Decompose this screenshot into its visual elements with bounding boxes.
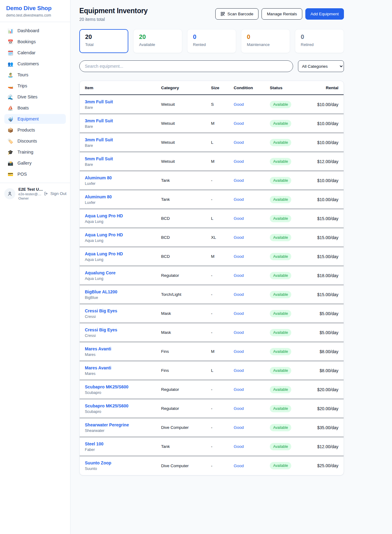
sidebar-item-label: Boats [17, 105, 29, 110]
sidebar-item-tours[interactable]: 🏝️ Tours [4, 70, 66, 80]
column-header-status: Status [270, 86, 316, 90]
category-cell: Wetsuit [161, 140, 211, 145]
size-cell: M [211, 121, 234, 126]
stat-value: 0 [247, 33, 284, 40]
stat-card-maintenance[interactable]: 0 Maintenance [241, 29, 290, 53]
item-name-link[interactable]: Mares Avanti [85, 365, 161, 370]
stat-card-total[interactable]: 20 Total [79, 29, 128, 53]
item-name-link[interactable]: Cressi Big Eyes [85, 327, 161, 332]
item-name-link[interactable]: 3mm Full Suit [85, 118, 161, 123]
status-badge: Available [270, 348, 291, 355]
stat-card-rented[interactable]: 0 Rented [187, 29, 236, 53]
brand-title[interactable]: Demo Dive Shop [6, 5, 64, 12]
condition-link[interactable]: Good [234, 159, 270, 164]
add-equipment-button[interactable]: Add Equipment [305, 8, 344, 20]
items-total-count: 20 items total [79, 17, 148, 22]
sign-out-button[interactable]: Sign Out [44, 191, 66, 196]
item-name-link[interactable]: Shearwater Peregrine [85, 422, 161, 427]
sidebar-item-bookings[interactable]: 📅 Bookings [4, 37, 66, 47]
item-brand: Bare [85, 124, 161, 129]
condition-link[interactable]: Good [234, 463, 270, 468]
status-badge: Available [270, 367, 291, 374]
category-cell: Mask [161, 330, 211, 335]
item-name-link[interactable]: Scubapro MK25/S600 [85, 403, 161, 408]
search-input[interactable] [79, 60, 293, 72]
sidebar-item-boats[interactable]: ⛵ Boats [4, 103, 66, 113]
condition-link[interactable]: Good [234, 254, 270, 259]
bookings-icon: 📅 [7, 40, 13, 44]
item-name-link[interactable]: Aqua Lung Pro HD [85, 251, 161, 256]
sidebar-item-gallery[interactable]: 📸 Gallery [4, 158, 66, 168]
condition-link[interactable]: Good [234, 235, 270, 240]
condition-link[interactable]: Good [234, 444, 270, 449]
sidebar-item-dashboard[interactable]: 📊 Dashboard [4, 26, 66, 36]
item-name-link[interactable]: Aluminum 80 [85, 175, 161, 180]
condition-link[interactable]: Good [234, 102, 270, 107]
item-name-link[interactable]: Aluminum 80 [85, 194, 161, 199]
manage-rentals-button[interactable]: Manage Rentals [262, 8, 302, 20]
condition-link[interactable]: Good [234, 140, 270, 145]
sidebar-item-equipment[interactable]: 🤿 Equipment [4, 114, 66, 124]
condition-link[interactable]: Good [234, 121, 270, 126]
size-cell: - [211, 406, 234, 411]
sidebar-item-training[interactable]: 🎓 Training [4, 147, 66, 157]
item-cell: Steel 100 Faber [85, 441, 161, 452]
condition-link[interactable]: Good [234, 311, 270, 316]
category-cell: Mask [161, 311, 211, 316]
size-cell: - [211, 178, 234, 183]
stat-label: Total [85, 42, 123, 47]
add-equipment-label: Add Equipment [311, 12, 339, 16]
avatar [4, 188, 15, 199]
item-name-link[interactable]: Aqua Lung Pro HD [85, 213, 161, 218]
item-name-link[interactable]: 5mm Full Suit [85, 156, 161, 161]
item-brand: Luxfer [85, 181, 161, 186]
status-badge: Available [270, 196, 291, 203]
category-cell: Tank [161, 178, 211, 183]
rental-cell: $10.00/day [316, 121, 338, 126]
item-name-link[interactable]: Mares Avanti [85, 346, 161, 351]
item-cell: Aqualung Core Aqua Lung [85, 270, 161, 281]
condition-link[interactable]: Good [234, 178, 270, 183]
condition-link[interactable]: Good [234, 349, 270, 354]
sidebar-item-trips[interactable]: 🚤 Trips [4, 81, 66, 91]
sidebar-item-products[interactable]: 📦 Products [4, 125, 66, 135]
condition-link[interactable]: Good [234, 216, 270, 221]
item-name-link[interactable]: BigBlue AL1200 [85, 289, 161, 294]
item-name-link[interactable]: Suunto Zoop [85, 460, 161, 465]
sidebar-item-pos[interactable]: 💳 POS [4, 169, 66, 179]
sidebar-item-dive-sites[interactable]: 🌊 Dive Sites [4, 92, 66, 102]
condition-link[interactable]: Good [234, 273, 270, 278]
sidebar-item-customers[interactable]: 👥 Customers [4, 59, 66, 69]
item-name-link[interactable]: 3mm Full Suit [85, 137, 161, 142]
manage-rentals-label: Manage Rentals [267, 12, 297, 16]
category-select[interactable]: All Categories [298, 60, 344, 72]
condition-link[interactable]: Good [234, 387, 270, 392]
condition-link[interactable]: Good [234, 330, 270, 335]
size-cell: - [211, 292, 234, 297]
status-cell: Available [270, 329, 316, 336]
item-name-link[interactable]: 3mm Full Suit [85, 99, 161, 104]
sidebar-item-discounts[interactable]: 🏷️ Discounts [4, 136, 66, 146]
user-email: e2e-tester@… [18, 192, 41, 196]
status-cell: Available [270, 443, 316, 450]
sidebar-item-calendar[interactable]: 🗓️ Calendar [4, 48, 66, 58]
stat-card-retired[interactable]: 0 Retired [295, 29, 344, 53]
stat-card-available[interactable]: 20 Available [133, 29, 182, 53]
item-name-link[interactable]: Scubapro MK25/S600 [85, 384, 161, 389]
condition-link[interactable]: Good [234, 368, 270, 373]
item-name-link[interactable]: Aqualung Core [85, 270, 161, 275]
dive-sites-icon: 🌊 [7, 95, 13, 99]
condition-link[interactable]: Good [234, 406, 270, 411]
sidebar-item-label: POS [17, 172, 27, 177]
condition-link[interactable]: Good [234, 197, 270, 202]
item-name-link[interactable]: Steel 100 [85, 441, 161, 446]
status-badge: Available [270, 310, 291, 317]
category-cell: Regulator [161, 387, 211, 392]
scan-barcode-button[interactable]: Scan Barcode [215, 8, 259, 20]
condition-link[interactable]: Good [234, 425, 270, 430]
item-name-link[interactable]: Aqua Lung Pro HD [85, 232, 161, 237]
condition-link[interactable]: Good [234, 292, 270, 297]
table-row: 5mm Full Suit Bare Wetsuit M Good Availa… [80, 152, 344, 171]
item-name-link[interactable]: Cressi Big Eyes [85, 308, 161, 313]
status-cell: Available [270, 196, 316, 203]
